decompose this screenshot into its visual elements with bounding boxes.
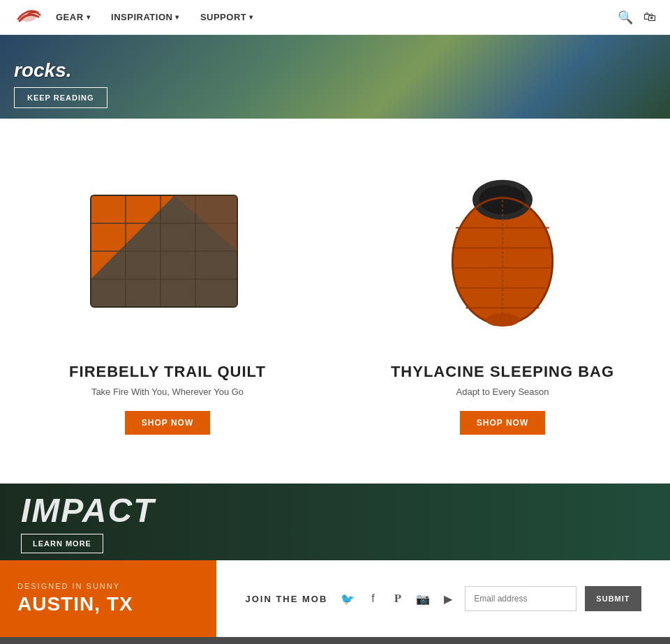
join-label: JOIN THE MOB	[245, 594, 327, 604]
navbar: GEAR INSPIRATION SUPPORT 🔍 🛍	[0, 0, 670, 35]
nav-support[interactable]: SUPPORT	[200, 12, 253, 22]
pinterest-icon[interactable]: 𝐏	[389, 590, 406, 607]
cart-icon[interactable]: 🛍	[643, 10, 656, 24]
svg-point-21	[486, 313, 519, 327]
hero-cta-button[interactable]: KEEP READING	[14, 87, 107, 108]
instagram-icon[interactable]: 📷	[415, 590, 431, 607]
hero-content: rocks. KEEP READING	[14, 59, 107, 108]
designed-text: DESIGNED IN SUNNY	[17, 582, 199, 590]
search-icon[interactable]: 🔍	[618, 10, 633, 25]
footer: Shop All Kammok HQ Team MOB Jobs MOB Gua…	[0, 637, 670, 644]
firebelly-image-area[interactable]	[14, 160, 321, 342]
product-card-firebelly: FIREBELLY TRAIL QUILT Take Fire With You…	[0, 147, 335, 449]
thylacine-shop-button[interactable]: SHOP NOW	[460, 411, 545, 435]
products-section: FIREBELLY TRAIL QUILT Take Fire With You…	[0, 119, 670, 484]
hero-section: rocks. KEEP READING	[0, 35, 670, 119]
firebelly-title: FIREBELLY TRAIL QUILT	[69, 363, 266, 381]
product-card-thylacine: THYLACINE SLEEPING BAG Adapt to Every Se…	[335, 147, 670, 449]
nav-inspiration[interactable]: INSPIRATION	[111, 12, 179, 22]
nav-gear[interactable]: GEAR	[56, 12, 90, 22]
twitter-icon[interactable]: 🐦	[339, 590, 356, 607]
logo[interactable]	[14, 6, 42, 29]
thylacine-subtitle: Adapt to Every Season	[456, 387, 549, 397]
email-input[interactable]	[465, 586, 576, 611]
nav-links: GEAR INSPIRATION SUPPORT	[56, 12, 618, 22]
impact-section: IMPACT LEARN MORE	[0, 484, 670, 560]
youtube-icon[interactable]: ▶	[440, 590, 456, 607]
impact-cta-button[interactable]: LEARN MORE	[21, 534, 103, 553]
thylacine-image-area[interactable]	[349, 160, 656, 342]
austin-city: AUSTIN, TX	[17, 593, 199, 615]
thylacine-title: THYLACINE SLEEPING BAG	[391, 363, 614, 381]
thylacine-product-image	[433, 174, 572, 328]
facebook-icon[interactable]: f	[364, 590, 381, 607]
svg-point-0	[20, 12, 36, 22]
newsletter-submit-button[interactable]: SUBMIT	[585, 586, 641, 611]
impact-content: IMPACT LEARN MORE	[21, 491, 155, 553]
austin-info: DESIGNED IN SUNNY AUSTIN, TX	[0, 560, 216, 637]
firebelly-shop-button[interactable]: SHOP NOW	[125, 411, 210, 435]
impact-title: IMPACT	[21, 491, 155, 530]
nav-icons: 🔍 🛍	[618, 10, 656, 25]
firebelly-subtitle: Take Fire With You, Wherever You Go	[91, 387, 244, 397]
austin-section: DESIGNED IN SUNNY AUSTIN, TX JOIN THE MO…	[0, 560, 670, 637]
hero-text: rocks.	[14, 59, 107, 82]
firebelly-product-image	[84, 181, 251, 321]
newsletter-area: JOIN THE MOB 🐦 f 𝐏 📷 ▶ SUBMIT	[216, 560, 670, 637]
